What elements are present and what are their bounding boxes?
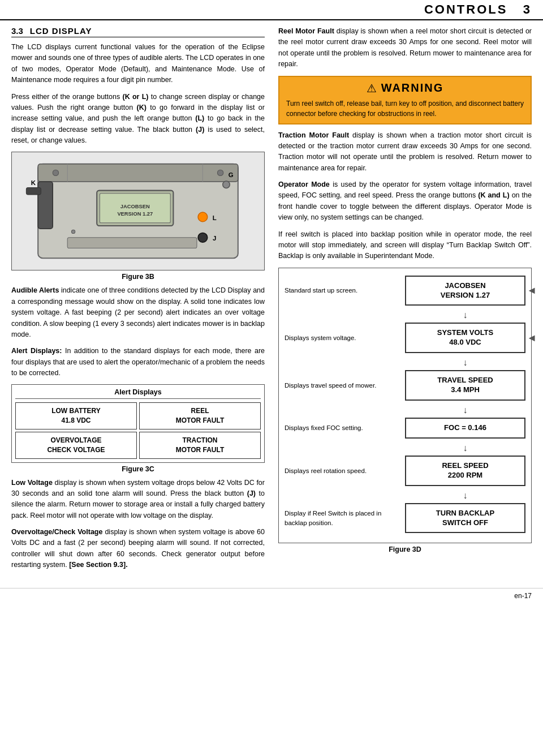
left-column: 3.3 LCD DISPLAY The LCD displays current… [11,26,265,577]
f3d-row-6: Display if Reel Switch is placed in back… [285,501,525,535]
svg-text:VERSION 1.27: VERSION 1.27 [117,212,153,217]
alert-box-low-battery: LOW BATTERY41.8 VDC [15,402,137,429]
svg-point-17 [71,230,75,234]
f3d-row-1: Standard start up screen. JACOBSEN VERSI… [285,274,525,308]
f3d-display-1-line1: JACOBSEN [445,281,485,291]
svg-point-3 [217,170,223,176]
svg-text:J: J [213,235,216,242]
figure-3b-container: JACOBSEN VERSION 1.27 K G L J [11,152,265,270]
alert-displays-intro: Alert Displays: In addition to the stand… [11,346,265,379]
alert-displays-label: Alert Displays: [11,347,62,355]
f3d-label-5: Displays reel rotation speed. [285,464,405,478]
reel-motor-fault-para: Reel Motor Fault display is shown when a… [278,26,532,70]
f3d-arrow-down-3: ↓ [405,405,525,415]
svg-rect-20 [67,238,197,248]
f3d-arrow-row-3: ↓ [285,405,525,416]
svg-point-16 [198,233,208,243]
f3d-arrow-row-1: ↓ [285,310,525,321]
alert-box-traction-motor-fault: TRACTIONMOTOR FAULT [139,432,261,459]
alert-box-reel-motor-fault: REELMOTOR FAULT [139,402,261,429]
section-heading: 3.3 LCD DISPLAY [11,26,265,37]
svg-point-12 [223,181,230,188]
f3d-arrow-down-2: ↓ [405,358,525,368]
f3d-display-5-line1: REEL SPEED [442,461,488,471]
f3d-display-1: JACOBSEN VERSION 1.27 ◄ [405,276,525,306]
section-number: 3.3 [11,26,23,36]
f3d-display-5-line2: 2200 RPM [448,471,482,480]
svg-point-2 [53,170,58,176]
svg-text:JACOBSEN: JACOBSEN [120,204,150,209]
f3d-display-6-line1: TURN BACKLAP [436,509,494,518]
svg-text:K: K [31,180,36,187]
f3d-display-6-line2: SWITCH OFF [442,518,488,528]
svg-text:G: G [229,171,234,178]
alert-box-overvoltage: OVERVOLTAGECHECK VOLTAGE [15,432,137,459]
svg-rect-9 [26,188,41,195]
page-footer: en-17 [0,588,543,603]
f3d-display-3-line1: TRAVEL SPEED [437,376,493,385]
figure-3b-diagram: JACOBSEN VERSION 1.27 K G L J [12,152,264,270]
f3d-arrow-down-5: ↓ [405,491,525,501]
warning-box: ⚠ WARNING Turn reel switch off, release … [278,76,532,124]
f3d-label-2: Displays system voltage. [285,331,405,345]
footer-page-label: en-17 [514,592,532,600]
warning-label: WARNING [381,81,444,94]
figure-3b-caption: Figure 3B [11,273,265,281]
right-column: Reel Motor Fault display is shown when a… [278,26,532,577]
main-content: 3.3 LCD DISPLAY The LCD displays current… [0,20,543,582]
svg-rect-1 [38,164,238,182]
operator-mode-heading: Operator Mode [278,181,330,188]
f3d-arrow-down-1: ↓ [405,310,525,320]
traction-motor-fault-heading: Traction Motor Fault [278,131,349,139]
audible-alerts-heading: Audible Alerts [11,286,59,294]
f3d-row-3: Displays travel speed of mower. TRAVEL S… [285,368,525,402]
f3d-arrow-right-2: ◄ [527,332,537,345]
f3d-arrow-row-4: ↓ [285,443,525,454]
overvoltage-heading: Overvoltage/Check Voltage [11,528,102,536]
f3d-display-2-line1: SYSTEM VOLTS [437,328,493,338]
svg-text:L: L [213,214,217,221]
f3d-arrow-row-2: ↓ [285,357,525,368]
f3d-display-3: TRAVEL SPEED 3.4 MPH [405,370,525,401]
f3d-arrow-right-1: ◄ [527,284,537,297]
warning-header: ⚠ WARNING [286,81,524,95]
f3d-label-6: Display if Reel Switch is placed in back… [285,506,405,529]
low-voltage-heading: Low Voltage [11,479,53,487]
f3d-display-2-line2: 48.0 VDC [449,338,481,347]
f3d-label-3: Displays travel speed of mower. [285,379,405,392]
f3d-arrow-down-4: ↓ [405,443,525,453]
figure-3c-caption: Figure 3C [11,465,265,473]
overvoltage-para: Overvoltage/Check Voltage display is sho… [11,527,265,571]
f3d-label-1: Standard start up screen. [285,284,405,297]
f3d-display-2: SYSTEM VOLTS 48.0 VDC ◄ [405,323,525,353]
f3d-row-4: Displays fixed FOC setting. FOC = 0.146 [285,416,525,440]
f3d-display-5: REEL SPEED 2200 RPM [405,456,525,486]
page-header-title: CONTROLS 3 [424,2,532,17]
f3d-display-4-line1: FOC = 0.146 [444,423,486,433]
lcd-display-para1: The LCD displays current functional valu… [11,42,265,86]
audible-alerts-para: Audible Alerts indicate one of three con… [11,285,265,340]
f3d-row-2: Displays system voltage. SYSTEM VOLTS 48… [285,321,525,355]
warning-text: Turn reel switch off, release bail, turn… [286,98,524,119]
f3d-display-3-line2: 3.4 MPH [451,385,480,395]
lcd-display-para2: Press either of the orange buttons (K or… [11,92,265,147]
figure-3d-container: Standard start up screen. JACOBSEN VERSI… [278,268,532,544]
low-voltage-para: Low Voltage display is shown when system… [11,478,265,522]
operator-mode-para: Operator Mode is used by the operator fo… [278,179,532,224]
f3d-display-1-line2: VERSION 1.27 [441,291,490,300]
backlap-para: If reel switch is placed into backlap po… [278,229,532,262]
reel-motor-fault-heading: Reel Motor Fault [278,27,334,35]
warning-triangle-icon: ⚠ [367,81,377,95]
f3d-arrow-row-5: ↓ [285,490,525,501]
traction-motor-fault-para: Traction Motor Fault display is shown wh… [278,130,532,174]
f3d-label-4: Displays fixed FOC setting. [285,421,405,435]
alert-displays-container: Alert Displays LOW BATTERY41.8 VDC REELM… [11,384,265,462]
svg-point-15 [198,212,208,222]
figure-3d-caption: Figure 3D [278,545,532,553]
f3d-display-6: TURN BACKLAP SWITCH OFF [405,503,525,534]
f3d-row-5: Displays reel rotation speed. REEL SPEED… [285,454,525,488]
f3d-display-4: FOC = 0.146 [405,418,525,439]
alert-displays-title: Alert Displays [15,388,261,399]
alert-displays-grid: LOW BATTERY41.8 VDC REELMOTOR FAULT OVER… [15,402,261,458]
page-header: CONTROLS 3 [0,0,543,20]
